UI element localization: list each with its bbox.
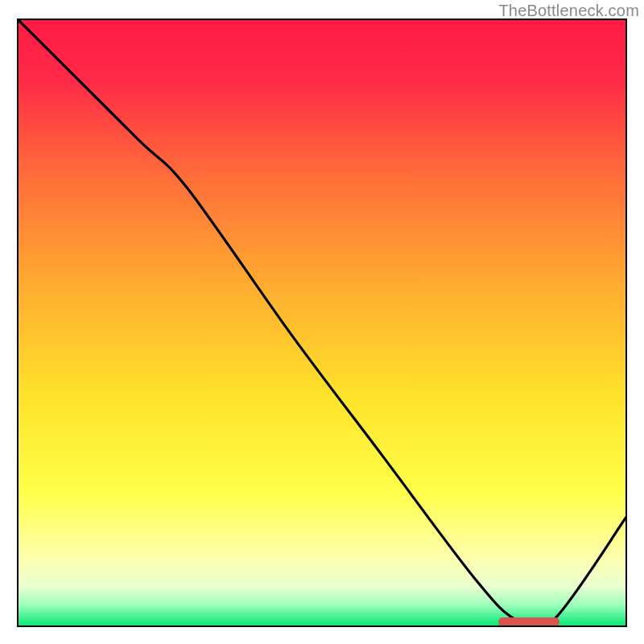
optimal-marker bbox=[498, 617, 559, 626]
chart-container: TheBottleneck.com bbox=[0, 0, 644, 644]
watermark-text: TheBottleneck.com bbox=[498, 2, 639, 20]
bottleneck-chart bbox=[0, 0, 644, 644]
